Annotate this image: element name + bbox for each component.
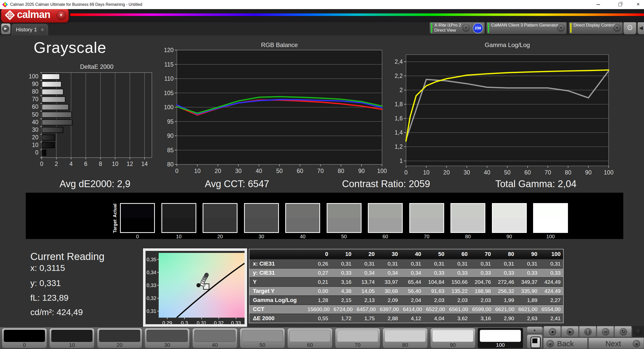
table-cell: 2,15	[331, 296, 354, 304]
pattern-level-button-20[interactable]: 20	[97, 328, 142, 348]
table-cell: 256,32	[493, 287, 517, 295]
target-patch	[121, 218, 154, 232]
pattern-level-button-10[interactable]: 10	[49, 328, 94, 348]
table-header-cell: 20	[354, 249, 377, 259]
table-cell: 2,09	[377, 296, 400, 304]
table-cell: 0,33	[493, 269, 517, 277]
restore-icon	[618, 3, 622, 6]
pattern-level-button-50[interactable]: 50	[240, 328, 285, 348]
pattern-swatch	[242, 330, 283, 342]
stop-button[interactable]: ■	[544, 326, 561, 337]
svg-text:1,6: 1,6	[395, 115, 403, 122]
actual-patch	[410, 204, 443, 218]
pattern-level-button-40[interactable]: 40	[192, 328, 237, 348]
table-header-cell: 70	[470, 249, 493, 259]
pattern-level-button-100[interactable]: 100	[478, 328, 523, 348]
svg-text:115: 115	[164, 61, 174, 68]
deltae-bar-20	[42, 135, 55, 140]
summary-stat-2: Contrast Ratio: 2059	[342, 179, 430, 189]
svg-text:2: 2	[55, 161, 58, 167]
svg-text:40: 40	[484, 169, 490, 175]
svg-text:0,33: 0,33	[147, 282, 156, 288]
workflow-nav-button[interactable]: ▶	[1, 23, 11, 34]
pattern-swatch	[4, 330, 45, 342]
svg-text:14: 14	[141, 161, 148, 167]
calman-menu-button[interactable]: calman ▼	[1, 8, 69, 23]
table-cell: 0,34	[377, 269, 400, 277]
gray-swatch-30	[244, 203, 279, 233]
svg-text:Gamma Log/Log: Gamma Log/Log	[485, 42, 530, 48]
pattern-level-button-70[interactable]: 70	[335, 328, 380, 348]
actual-patch	[286, 204, 319, 218]
table-header-row: 0102030405060708090100	[249, 249, 563, 259]
swatch-level-label: 70	[409, 234, 444, 239]
table-cell: 0,33	[424, 269, 447, 277]
svg-text:100: 100	[29, 73, 38, 80]
play-button[interactable]: ▶	[561, 326, 579, 337]
pattern-window-button[interactable]	[527, 334, 542, 348]
pattern-level-button-30[interactable]: 30	[145, 328, 190, 348]
target-patch	[245, 218, 278, 232]
svg-text:1,8: 1,8	[395, 101, 403, 107]
pattern-status-indicator	[488, 23, 489, 33]
gray-swatch-40	[285, 203, 320, 233]
svg-text:30: 30	[464, 169, 470, 175]
settings-button[interactable]: ⚙	[623, 21, 636, 34]
table-cell: 6621,00	[494, 305, 517, 314]
table-cell: 150,66	[447, 278, 470, 286]
svg-text:0,35: 0,35	[147, 257, 156, 262]
svg-text:10: 10	[32, 142, 38, 148]
brand-menu-chevron-down-icon[interactable]: ▼	[56, 11, 66, 20]
svg-text:8: 8	[99, 161, 102, 167]
up-arrow-icon: ▲	[533, 328, 536, 332]
continuous-measure-button[interactable]: ∞	[597, 326, 614, 337]
measurement-data-table: 0102030405060708090100x: CIE310,260,310,…	[249, 249, 564, 323]
pattern-level-button-80[interactable]: 80	[383, 328, 428, 348]
table-cell: 1,89	[517, 296, 540, 304]
gamma-loglog-line-chart: Gamma Log/Log11,21,41,61,822,22,40102030…	[392, 42, 624, 175]
meter-dropdown[interactable]: X-Rite i1Pro 2Direct View ▼ 238	[430, 22, 485, 34]
svg-text:20: 20	[215, 168, 221, 174]
pattern-level-label: 70	[335, 342, 380, 348]
pattern-level-button-0[interactable]: 0	[2, 328, 47, 348]
calman-app-window: Calman 2025 Calman Ultimate for Business…	[0, 0, 644, 349]
refresh-button[interactable]: ↻	[614, 326, 632, 337]
header-band: calman ▼	[0, 9, 644, 22]
display-control-dropdown[interactable]: Direct Display Control ▼	[569, 22, 623, 34]
table-cell: 0,33	[517, 269, 540, 277]
svg-text:1,4: 1,4	[395, 129, 403, 136]
svg-text:0,31: 0,31	[197, 320, 207, 324]
pattern-level-button-90[interactable]: 90	[430, 328, 475, 348]
divider	[472, 23, 472, 33]
pattern-source-dropdown[interactable]: CalMAN Client 3 Pattern Generator ▼	[486, 22, 567, 34]
pattern-panel-up-button[interactable]: ▲	[527, 326, 542, 333]
svg-text:DeltaE 2000: DeltaE 2000	[80, 64, 113, 70]
pattern-level-label: 30	[145, 342, 189, 348]
back-button[interactable]: « Back	[543, 338, 588, 349]
svg-text:80: 80	[565, 169, 571, 175]
add-tab-button[interactable]: +	[38, 26, 47, 34]
minimize-button[interactable]	[592, 0, 604, 9]
measure-range-button[interactable]: [··]	[579, 326, 596, 337]
tab-history-1[interactable]: History 1 +	[12, 24, 48, 36]
meter-chevron-down-icon: ▼	[462, 24, 470, 32]
chevron-left-icon: ◀	[639, 25, 643, 31]
svg-text:60: 60	[297, 168, 303, 174]
table-row-gamma-log-log: Gamma Log/Log1,282,152,132,092,042,032,0…	[249, 295, 563, 304]
svg-text:4: 4	[69, 161, 73, 167]
tab-toolbar-band: ▶ History 1 + X-Rite i1Pro 2Direct View …	[0, 22, 644, 35]
swatch-level-label: 30	[244, 234, 279, 239]
pattern-chevron-down-icon: ▼	[557, 24, 565, 32]
next-chevron-icon: »	[633, 340, 640, 347]
collapse-panel-button[interactable]: ◀	[637, 21, 644, 34]
svg-text:90: 90	[32, 81, 38, 87]
next-button[interactable]: Next »	[588, 338, 644, 349]
svg-text:6: 6	[84, 161, 87, 167]
table-cell: 91,63	[424, 287, 447, 295]
pattern-level-button-60[interactable]: 60	[287, 328, 332, 348]
table-cell: 30,68	[377, 287, 400, 295]
table-cell: 0,33	[470, 269, 493, 277]
current-reading-x: x: 0,3115	[30, 263, 65, 273]
restore-button[interactable]	[614, 0, 626, 9]
close-button[interactable]: ×	[632, 0, 644, 9]
